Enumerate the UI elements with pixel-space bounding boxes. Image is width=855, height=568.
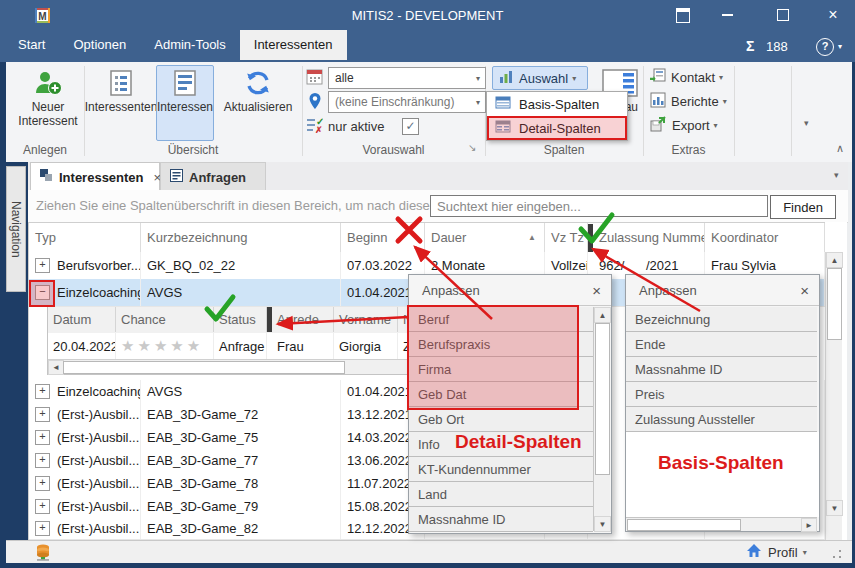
tab-interessenten[interactable]: Interessenten × bbox=[30, 162, 160, 191]
search-input[interactable] bbox=[430, 195, 768, 217]
record-count: 188 bbox=[766, 39, 788, 54]
table-cell: AVGS bbox=[141, 380, 341, 403]
popup-item[interactable]: Massnahme ID bbox=[409, 507, 593, 532]
scroll-left-icon[interactable]: ◄ bbox=[48, 360, 64, 375]
interessenten-view-button[interactable]: Interessenten bbox=[88, 66, 154, 140]
menu-item-detail-spalten[interactable]: Detail-Spalten bbox=[487, 116, 627, 140]
popup-title[interactable]: Anpassen bbox=[409, 275, 611, 306]
popup-item[interactable]: Bezeichnung bbox=[626, 307, 817, 332]
popup-item[interactable]: Zulassung Aussteller bbox=[626, 407, 817, 432]
column-header[interactable]: Datum bbox=[48, 307, 116, 332]
detail-row[interactable]: 20.04.2022★★★★★AnfrageFrauGiorgiaZ bbox=[48, 333, 440, 359]
table-cell: (Erst-)Ausbil... bbox=[29, 449, 141, 472]
scroll-up-icon[interactable]: ▲ bbox=[826, 252, 843, 268]
close-icon[interactable]: × bbox=[820, 4, 846, 26]
refresh-button[interactable]: Aktualisieren bbox=[216, 66, 300, 140]
berichte-dropdown-button[interactable]: Berichte ▾ bbox=[650, 90, 727, 112]
chevron-down-icon: ▾ bbox=[471, 74, 485, 83]
collapse-ribbon-icon[interactable]: ∧ bbox=[836, 142, 844, 155]
ort-select[interactable]: (keine Einschränkung) ▾ bbox=[328, 91, 486, 113]
column-header[interactable]: Vorname bbox=[334, 307, 398, 332]
ribbon-tab-start[interactable]: Start bbox=[4, 30, 59, 60]
tab-list-chevron-icon[interactable]: ▾ bbox=[834, 170, 839, 180]
menu-item-basis-spalten[interactable]: Basis-Spalten bbox=[487, 92, 627, 116]
scroll-down-icon[interactable]: ▼ bbox=[826, 500, 843, 516]
interessen-view-button[interactable]: Interessen bbox=[156, 65, 214, 141]
scroll-down-icon[interactable]: ▼ bbox=[594, 516, 611, 532]
popup-horizontal-scrollbar[interactable]: ► bbox=[626, 517, 817, 531]
close-icon[interactable]: × bbox=[592, 282, 601, 299]
popup-item[interactable]: Land bbox=[409, 482, 593, 507]
group-by-bar[interactable]: Ziehen Sie eine Spaltenüberschrift in di… bbox=[28, 190, 848, 223]
ribbon-tab-admin-tools[interactable]: Admin-Tools bbox=[140, 30, 240, 60]
new-interessent-button[interactable]: Neuer Interessent bbox=[16, 66, 80, 140]
column-header[interactable]: Vz Tz bbox=[545, 223, 588, 252]
popup-item[interactable]: KT-Kundennummer bbox=[409, 457, 593, 482]
column-header[interactable]: Koordinator bbox=[705, 223, 825, 252]
scroll-up-icon[interactable]: ▲ bbox=[594, 307, 611, 323]
tab-anfragen[interactable]: Anfragen bbox=[160, 162, 266, 191]
popup-title[interactable]: Anpassen bbox=[626, 275, 819, 306]
popup-vertical-scrollbar[interactable]: ▲ ▼ bbox=[593, 307, 610, 531]
column-header[interactable]: Anrede bbox=[272, 307, 334, 332]
find-button[interactable]: Finden bbox=[770, 195, 836, 219]
popup-item[interactable]: Geb Dat bbox=[409, 382, 593, 407]
scrollbar-thumb[interactable] bbox=[827, 268, 842, 340]
sum-icon[interactable]: Σ bbox=[746, 38, 754, 54]
scrollbar-thumb[interactable] bbox=[63, 361, 345, 374]
popup-item[interactable]: Preis bbox=[626, 382, 817, 407]
squares-icon bbox=[40, 169, 53, 185]
table-cell: (Erst-)Ausbil... bbox=[29, 426, 141, 449]
chevron-down-icon: ▾ bbox=[714, 121, 718, 130]
column-header[interactable]: Kurzbezeichnung bbox=[141, 223, 341, 252]
navigation-panel-tab[interactable]: Navigation bbox=[6, 166, 26, 292]
scrollbar-thumb[interactable] bbox=[627, 519, 741, 531]
detail-horizontal-scrollbar[interactable]: ◄ bbox=[48, 359, 440, 374]
maximize-icon[interactable] bbox=[770, 4, 796, 26]
popup-item[interactable]: Beruf bbox=[409, 307, 593, 332]
ribbon-tab-interessenten[interactable]: Interessenten bbox=[240, 30, 347, 60]
popup-item[interactable]: Geb Ort bbox=[409, 407, 593, 432]
ribbon-tab-optionen[interactable]: Optionen bbox=[59, 30, 140, 60]
column-header[interactable]: Dauer▲ bbox=[425, 223, 545, 252]
zeitraum-select[interactable]: alle ▾ bbox=[328, 67, 486, 89]
popup-item[interactable]: Ende bbox=[626, 332, 817, 357]
table-cell: Giorgia bbox=[334, 333, 398, 359]
scroll-right-icon[interactable]: ► bbox=[801, 518, 817, 532]
scrollbar-thumb[interactable] bbox=[595, 323, 610, 475]
chevron-down-icon: ▾ bbox=[572, 74, 576, 83]
profil-button[interactable]: Profil ▾ bbox=[746, 543, 807, 561]
more-options-chevron-icon[interactable]: ▾ bbox=[804, 118, 809, 128]
button-label: Aktualisieren bbox=[224, 100, 293, 114]
popup-item[interactable]: Firma bbox=[409, 357, 593, 382]
help-icon[interactable]: ? bbox=[816, 38, 834, 56]
ort-value: (keine Einschränkung) bbox=[335, 95, 454, 109]
column-header[interactable]: Zulassung Nummer bbox=[593, 223, 705, 252]
column-header[interactable]: Beginn bbox=[341, 223, 425, 252]
resize-grip[interactable] bbox=[832, 549, 842, 559]
minimize-icon[interactable] bbox=[714, 4, 740, 26]
grid-header-row: TypKurzbezeichnungBeginnDauer▲Vz TzZulas… bbox=[29, 222, 825, 254]
form-list-icon bbox=[170, 169, 183, 185]
kontakt-label: Kontakt bbox=[671, 70, 715, 85]
column-header[interactable]: Typ bbox=[29, 223, 141, 252]
active-filter-icon: ✓ ✗ bbox=[306, 116, 323, 136]
kontakt-dropdown-button[interactable]: Kontakt ▾ bbox=[650, 66, 723, 88]
column-header[interactable]: Chance bbox=[116, 307, 214, 332]
export-label: Export bbox=[672, 118, 710, 133]
nur-aktive-checkbox[interactable]: ✓ bbox=[402, 118, 419, 135]
ribbon-display-options-icon[interactable] bbox=[670, 4, 696, 26]
dialog-launcher-icon[interactable]: ↘ bbox=[468, 142, 476, 153]
close-icon[interactable]: × bbox=[800, 282, 809, 299]
help-chevron-icon[interactable]: ▾ bbox=[838, 42, 842, 51]
auswahl-dropdown-button[interactable]: Auswahl ▾ bbox=[492, 66, 588, 90]
table-cell: (Erst-)Ausbil... bbox=[29, 403, 141, 426]
export-dropdown-button[interactable]: Export ▾ bbox=[650, 114, 718, 136]
basis-table-icon bbox=[495, 96, 511, 112]
popup-item[interactable]: Massnahme ID bbox=[626, 357, 817, 382]
profil-label: Profil bbox=[768, 545, 798, 560]
popup-item[interactable]: Berufspraxis bbox=[409, 332, 593, 357]
grid-vertical-scrollbar[interactable]: ▲ ▼ bbox=[825, 252, 842, 540]
column-header[interactable]: Status bbox=[214, 307, 267, 332]
group-label-anlegen: Anlegen bbox=[6, 143, 84, 157]
